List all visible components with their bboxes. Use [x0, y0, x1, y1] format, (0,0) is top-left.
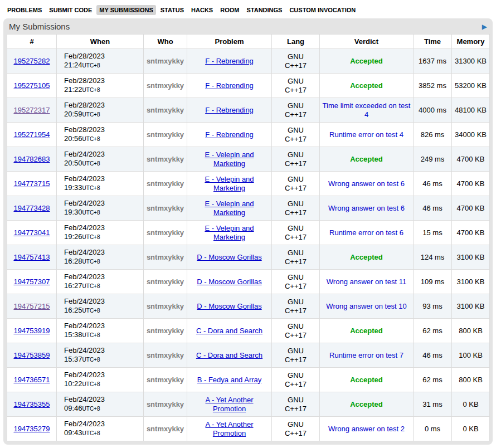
submission-time: 15:38	[64, 330, 82, 339]
problem-link[interactable]: A - Yet Another Promotion	[205, 396, 253, 413]
language-label: GNU C++17	[283, 298, 309, 315]
user-link[interactable]: sntmxykky	[147, 327, 184, 335]
submission-id-link[interactable]: 194773428	[13, 204, 50, 212]
who-cell: sntmxykky	[144, 368, 187, 392]
submissions-panel: My Submissions ▶ #WhenWhoProblemLangVerd…	[3, 18, 493, 445]
when-cell: Feb/24/2023 19:33UTC+8	[57, 172, 144, 196]
nav-item-room[interactable]: ROOM	[217, 5, 242, 15]
verdict-cell: Runtime error on test 6	[320, 221, 414, 245]
who-cell: sntmxykky	[144, 417, 187, 441]
problem-link[interactable]: F - Rebrending	[205, 57, 254, 65]
problem-link[interactable]: D - Moscow Gorillas	[197, 253, 261, 261]
problem-link[interactable]: F - Rebrending	[205, 130, 254, 139]
when-cell: Feb/24/2023 15:37UTC+8	[57, 343, 144, 368]
panel-arrow-icon[interactable]: ▶	[482, 23, 487, 30]
verdict-cell: Wrong answer on test 2	[320, 417, 414, 441]
time-cell: 31 ms	[414, 392, 452, 417]
nav-item-custom-invocation[interactable]: CUSTOM INVOCATION	[286, 5, 358, 15]
problem-link[interactable]: D - Moscow Gorillas	[197, 302, 261, 310]
table-row: 194753919 Feb/24/2023 15:38UTC+8 sntmxyk…	[7, 319, 490, 343]
problem-link[interactable]: E - Velepin and Marketing	[205, 150, 254, 168]
problem-link[interactable]: C - Dora and Search	[196, 351, 262, 359]
verdict-text: Runtime error on test 6	[329, 228, 403, 237]
submission-id-link[interactable]: 195275105	[13, 81, 50, 90]
user-link[interactable]: sntmxykky	[147, 57, 184, 65]
who-cell: sntmxykky	[144, 147, 187, 172]
timezone-label: UTC+8	[82, 62, 100, 69]
who-cell: sntmxykky	[144, 270, 187, 294]
problem-cell: E - Velepin and Marketing	[187, 221, 272, 245]
user-link[interactable]: sntmxykky	[147, 81, 184, 90]
memory-cell: 3100 KB	[452, 294, 490, 319]
language-label: GNU C++17	[283, 52, 309, 70]
submission-id-link[interactable]: 194735355	[13, 400, 50, 408]
problem-link[interactable]: F - Rebrending	[205, 106, 254, 114]
submission-id-link[interactable]: 194753919	[13, 327, 50, 335]
language-label: GNU C++17	[283, 371, 309, 389]
nav-item-standings[interactable]: STANDINGS	[244, 5, 285, 15]
submission-id-link[interactable]: 194757215	[13, 302, 50, 310]
timezone-label: UTC+8	[82, 332, 100, 338]
nav-item-status[interactable]: STATUS	[158, 5, 187, 15]
submission-id-link[interactable]: 194753859	[13, 351, 50, 359]
submission-id-link[interactable]: 194773041	[13, 228, 50, 237]
submission-id-link[interactable]: 194757413	[13, 253, 50, 261]
problem-link[interactable]: D - Moscow Gorillas	[197, 277, 261, 286]
user-link[interactable]: sntmxykky	[147, 155, 184, 163]
user-link[interactable]: sntmxykky	[147, 179, 184, 188]
user-link[interactable]: sntmxykky	[147, 228, 184, 237]
timezone-label: UTC+8	[82, 381, 100, 387]
problem-link[interactable]: E - Velepin and Marketing	[205, 199, 254, 217]
submission-id-link[interactable]: 194782683	[13, 155, 50, 163]
when-cell: Feb/24/2023 16:28UTC+8	[57, 245, 144, 270]
submission-id-cell: 194782683	[7, 147, 57, 172]
user-link[interactable]: sntmxykky	[147, 400, 184, 408]
verdict-cell: Accepted	[320, 74, 414, 98]
submission-id-link[interactable]: 195275282	[13, 57, 50, 65]
nav-item-my-submissions[interactable]: MY SUBMISSIONS	[96, 5, 155, 15]
problem-link[interactable]: C - Dora and Search	[196, 327, 262, 335]
submission-time: 16:25	[64, 306, 82, 314]
problem-link[interactable]: E - Velepin and Marketing	[205, 175, 254, 192]
verdict-cell: Runtime error on test 7	[320, 343, 414, 368]
nav-item-submit-code[interactable]: SUBMIT CODE	[46, 5, 95, 15]
submission-date: Feb/24/2023	[64, 297, 105, 305]
submission-id-link[interactable]: 195272317	[13, 106, 50, 114]
submission-date: Feb/24/2023	[64, 322, 105, 330]
timezone-label: UTC+8	[82, 210, 100, 216]
submission-time: 10:22	[64, 379, 82, 388]
table-row: 195272317 Feb/28/2023 20:59UTC+8 sntmxyk…	[7, 98, 490, 123]
top-nav: PROBLEMSSUBMIT CODEMY SUBMISSIONSSTATUSH…	[0, 0, 496, 18]
submission-time: 20:50	[64, 159, 82, 167]
user-link[interactable]: sntmxykky	[147, 253, 184, 261]
user-link[interactable]: sntmxykky	[147, 204, 184, 212]
user-link[interactable]: sntmxykky	[147, 106, 184, 114]
submission-id-link[interactable]: 195271954	[13, 130, 50, 139]
user-link[interactable]: sntmxykky	[147, 302, 184, 310]
submission-id-link[interactable]: 194736571	[13, 376, 50, 384]
user-link[interactable]: sntmxykky	[147, 351, 184, 359]
nav-item-problems[interactable]: PROBLEMS	[4, 5, 45, 15]
lang-cell: GNU C++17	[272, 368, 320, 392]
problem-link[interactable]: A - Yet Another Promotion	[205, 420, 253, 437]
table-row: 194735279 Feb/24/2023 09:43UTC+8 sntmxyk…	[7, 417, 490, 441]
problem-cell: A - Yet Another Promotion	[187, 392, 272, 417]
submission-id-cell: 194757413	[7, 245, 57, 270]
verdict-text: Accepted	[350, 327, 383, 335]
problem-link[interactable]: E - Velepin and Marketing	[205, 224, 254, 241]
user-link[interactable]: sntmxykky	[147, 376, 184, 384]
submission-id-link[interactable]: 194773715	[13, 179, 50, 188]
problem-link[interactable]: B - Fedya and Array	[197, 376, 262, 384]
submission-id-cell: 194736571	[7, 368, 57, 392]
problem-link[interactable]: F - Rebrending	[205, 81, 254, 90]
submission-id-link[interactable]: 194735279	[13, 425, 50, 433]
memory-cell: 4700 KB	[452, 172, 490, 196]
table-row: 194773715 Feb/24/2023 19:33UTC+8 sntmxyk…	[7, 172, 490, 196]
verdict-cell: Time limit exceeded on test 4	[320, 98, 414, 123]
user-link[interactable]: sntmxykky	[147, 130, 184, 139]
user-link[interactable]: sntmxykky	[147, 277, 184, 286]
nav-item-hacks[interactable]: HACKS	[188, 5, 216, 15]
submission-id-link[interactable]: 194757307	[13, 277, 50, 286]
problem-cell: C - Dora and Search	[187, 343, 272, 368]
user-link[interactable]: sntmxykky	[147, 425, 184, 433]
